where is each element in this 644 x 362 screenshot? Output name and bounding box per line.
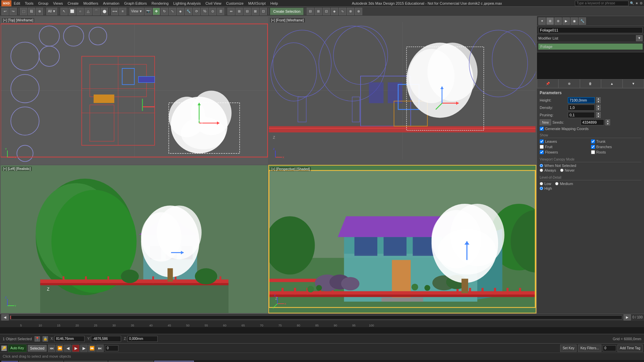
x-input[interactable]: 8146,76mm bbox=[54, 336, 85, 342]
create-selection-button[interactable]: Create Selection bbox=[270, 8, 303, 15]
auto-key-button[interactable]: Auto Key bbox=[8, 345, 26, 352]
prev-frame-btn[interactable]: ◀ bbox=[64, 345, 71, 352]
link-button[interactable]: ⛓ bbox=[28, 8, 35, 15]
taskbar-task-0[interactable]: 3_Профессиональный_... bbox=[19, 361, 63, 362]
mirror-button[interactable]: ⟺ bbox=[111, 8, 118, 15]
named-sel-button[interactable]: ☰ bbox=[217, 8, 224, 15]
circle-select-button[interactable]: ○ bbox=[76, 8, 84, 15]
display-panel-btn[interactable]: ◉ bbox=[571, 17, 578, 25]
roots-checkbox[interactable] bbox=[591, 150, 595, 154]
animation-key-lock[interactable]: 🔑 bbox=[1, 346, 7, 351]
search-input[interactable] bbox=[575, 1, 629, 6]
snap-percent-button[interactable]: % bbox=[201, 8, 208, 15]
select-button[interactable]: ⬚ bbox=[20, 8, 27, 15]
align2-button[interactable]: ⊟ bbox=[244, 8, 251, 15]
select-obj-button[interactable]: ↖ bbox=[60, 8, 68, 15]
fruit-checkbox[interactable] bbox=[540, 145, 544, 149]
modifier-list-dropdown[interactable]: ▼ bbox=[636, 35, 643, 41]
utilities-panel-btn[interactable]: 🔧 bbox=[579, 17, 586, 25]
obj-button[interactable]: ⊡ bbox=[323, 8, 330, 15]
undo-button[interactable]: ↩ bbox=[1, 8, 9, 15]
menu-maxscript[interactable]: MAXScript bbox=[247, 1, 267, 6]
key-filters-button[interactable]: Key Filters... bbox=[578, 345, 601, 352]
hierarchy-panel-btn[interactable]: ⊗ bbox=[554, 17, 562, 25]
search-icon[interactable]: 🔍 bbox=[630, 1, 634, 5]
gen-mapping-checkbox[interactable] bbox=[540, 127, 544, 131]
move-down-btn[interactable]: ▼ bbox=[623, 79, 644, 88]
height-input[interactable]: 7100,0mm bbox=[568, 97, 595, 103]
modifier-foliage[interactable]: Foliage bbox=[538, 44, 643, 50]
taskbar-task-3[interactable]: domik2 с дерев.max ... bbox=[154, 361, 194, 362]
rect-select-button[interactable]: ⬜ bbox=[68, 8, 76, 15]
move-up-btn[interactable]: ▲ bbox=[601, 79, 623, 88]
z-input[interactable]: 0,000mm bbox=[127, 336, 158, 342]
taskbar-task-1[interactable]: Модификатор Hair and ... bbox=[64, 361, 108, 362]
trunk-checkbox[interactable] bbox=[591, 139, 595, 143]
redo-button[interactable]: ↪ bbox=[9, 8, 17, 15]
menu-group[interactable]: Group bbox=[37, 1, 50, 6]
bind-button[interactable]: ⊕ bbox=[36, 8, 43, 15]
scale-button[interactable]: ⤡ bbox=[169, 8, 176, 15]
add-time-tag-button[interactable]: Add Time Tag bbox=[618, 345, 643, 352]
play-btn[interactable]: ▶ bbox=[72, 345, 79, 352]
frame-number-input[interactable] bbox=[603, 345, 616, 351]
mirror2-button[interactable]: ⇔ bbox=[227, 8, 235, 15]
insert-mod-btn[interactable]: ⊕ bbox=[558, 79, 580, 88]
menu-views[interactable]: Views bbox=[52, 1, 64, 6]
seeds-up[interactable]: ▲ bbox=[605, 119, 610, 122]
snap-button[interactable]: 🔧 bbox=[185, 8, 192, 15]
last-frame-btn[interactable]: ⏭ bbox=[96, 345, 104, 352]
density-input[interactable]: 1,0 bbox=[568, 105, 595, 111]
snap-angle-button[interactable]: ⟳ bbox=[193, 8, 200, 15]
low-radio[interactable] bbox=[540, 182, 543, 185]
mat-button[interactable]: ◈ bbox=[331, 8, 338, 15]
leaves-checkbox[interactable] bbox=[540, 139, 544, 143]
high-radio[interactable] bbox=[540, 187, 543, 190]
flowers-checkbox[interactable] bbox=[540, 150, 544, 154]
viewport-left[interactable]: [+] [Left] [Realistic] bbox=[0, 165, 268, 313]
density-up[interactable]: ▲ bbox=[596, 105, 601, 108]
timeline-track[interactable] bbox=[10, 315, 622, 319]
lock-icon[interactable]: 🔒 bbox=[43, 336, 48, 342]
curve-button[interactable]: ∿ bbox=[339, 8, 346, 15]
height-up[interactable]: ▲ bbox=[596, 97, 601, 100]
menu-graph-editors[interactable]: Graph Editors bbox=[123, 1, 148, 6]
first-frame-btn[interactable]: ⏮ bbox=[48, 345, 55, 352]
create-panel-btn[interactable]: ✦ bbox=[538, 17, 546, 25]
current-frame-input[interactable]: 0 bbox=[105, 345, 118, 351]
motion-panel-btn[interactable]: ▶ bbox=[562, 17, 570, 25]
next-frame-btn[interactable]: ▶ bbox=[80, 345, 88, 352]
start-button[interactable]: ⊞ Пуск bbox=[1, 361, 18, 362]
never-radio[interactable] bbox=[560, 169, 564, 172]
pruning-down[interactable]: ▼ bbox=[596, 115, 601, 118]
rotate-button[interactable]: ↻ bbox=[161, 8, 168, 15]
settings-icon[interactable]: ⚙ bbox=[640, 1, 643, 5]
when-not-selected-radio[interactable] bbox=[540, 164, 543, 167]
timeline-left-btn[interactable]: ◀ bbox=[1, 314, 9, 320]
more-button[interactable]: ⊕ bbox=[355, 8, 362, 15]
menu-animation[interactable]: Animation bbox=[102, 1, 120, 6]
clone-button[interactable]: ⊡ bbox=[260, 8, 267, 15]
taskbar-task-2[interactable]: W Арх. объекты. Практи... bbox=[108, 361, 154, 362]
height-down[interactable]: ▼ bbox=[596, 100, 601, 103]
lasso-select-button[interactable]: ⌒ bbox=[93, 8, 100, 15]
menu-civil[interactable]: Civil View bbox=[205, 1, 222, 6]
scene-button[interactable]: ⊞ bbox=[315, 8, 322, 15]
view-dropdown[interactable]: View ▼ bbox=[129, 8, 144, 15]
pin-stack-btn[interactable]: 📌 bbox=[537, 79, 558, 88]
array-button[interactable]: ⊞ bbox=[235, 8, 243, 15]
sch-button[interactable]: ⊗ bbox=[347, 8, 354, 15]
menu-create[interactable]: Create bbox=[66, 1, 79, 6]
branches-checkbox[interactable] bbox=[591, 145, 595, 149]
menu-help[interactable]: Help bbox=[269, 1, 279, 6]
delete-mod-btn[interactable]: 🗑 bbox=[580, 79, 601, 88]
set-key-button[interactable]: Set Key bbox=[560, 345, 577, 352]
gps-icon[interactable]: 📍 bbox=[35, 336, 40, 342]
always-radio[interactable] bbox=[540, 169, 543, 172]
pruning-up[interactable]: ▲ bbox=[596, 112, 601, 115]
align-button[interactable]: ≡ bbox=[119, 8, 126, 15]
move-button[interactable]: ✥ bbox=[153, 8, 160, 15]
viewport-top[interactable]: [+] [Top] [Wireframe] bbox=[0, 16, 268, 165]
camera-button[interactable]: 📷 bbox=[145, 8, 152, 15]
bookmark-icon[interactable]: ★ bbox=[635, 1, 638, 5]
